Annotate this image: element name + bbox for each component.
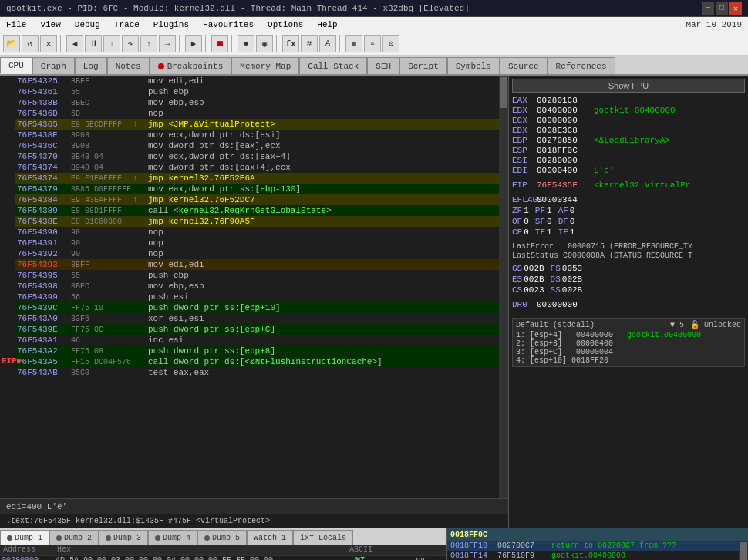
disasm-line[interactable]: 76F54374 E9 F1EAFFFF ↑ jmp kernel32.76F5…: [15, 173, 508, 184]
stack-row[interactable]: 0018FF10 002700C7 return to 002700C7 fro…: [447, 541, 739, 551]
toolbar-sep2: [179, 35, 182, 52]
dump-tab-1[interactable]: Dump 1: [0, 530, 49, 545]
registers-panel: Show FPU EAX 002801C8 EBX 00400000 gootk…: [509, 76, 748, 528]
menu-plugins[interactable]: Plugins: [150, 20, 192, 29]
menu-trace[interactable]: Trace: [111, 20, 143, 29]
reg-ebp: EBP 00270850 <&LoadLibraryA>: [512, 136, 745, 145]
menu-options[interactable]: Options: [264, 20, 306, 29]
tab-callstack-label: Call Stack: [308, 62, 359, 71]
tab-memory-label: Memory Map: [240, 62, 291, 71]
disasm-line[interactable]: 76F5438E 8908 mov ecx,dword ptr ds:[esi]: [15, 130, 508, 140]
tab-symbols-label: Symbols: [456, 62, 491, 71]
tab-seh[interactable]: SEH: [367, 57, 399, 74]
toolbar-pause[interactable]: ⏸: [85, 35, 102, 52]
stack-row[interactable]: 0018FF14 76F510F9 gootkit.00400000: [447, 551, 739, 560]
disasm-line[interactable]: 76F543A0 33F6 xor esi,esi: [15, 313, 508, 324]
tab-breakpoints[interactable]: Breakpoints: [150, 57, 232, 74]
disasm-content[interactable]: EIP► 76F54325 8BFF mov edi,edi 76F54361 …: [0, 76, 508, 498]
disasm-line[interactable]: 76F54395 55 push ebp: [15, 270, 508, 281]
dump-tab-2[interactable]: Dump 2: [49, 530, 99, 545]
disasm-line[interactable]: 76F54374 8948 04 mov dword ptr ds:[eax+4…: [15, 162, 508, 173]
disasm-line[interactable]: 76F54361 55 push ebp: [15, 86, 508, 97]
disasm-line[interactable]: 76F5439E FF75 0C push dword ptr ss:[ebp+…: [15, 324, 508, 335]
disasm-eip-line[interactable]: 76F54393 8BFF mov edi,edi: [15, 259, 508, 270]
dump-tab-locals[interactable]: ix= Locals: [293, 530, 353, 545]
toolbar-hash[interactable]: #: [301, 35, 318, 52]
dump-tab-3[interactable]: Dump 3: [99, 530, 148, 545]
disasm-line[interactable]: 76F54389 E8 08D1FFFF call <kernel32.RegK…: [15, 205, 508, 216]
disasm-line[interactable]: 76F54399 56 push esi: [15, 292, 508, 302]
reg-eip: EIP 76F5435F <kernel32.VirtualPr: [512, 180, 745, 190]
disasm-scrollbar[interactable]: [499, 76, 508, 498]
toolbar-cond-bp[interactable]: ◉: [256, 35, 273, 52]
disasm-line[interactable]: 76F54398 8BEC mov ebp,esp: [15, 281, 508, 292]
menu-debug[interactable]: Debug: [72, 20, 103, 29]
call-entry-1: 1: [esp+4] 00400000 gootkit.00400000: [516, 331, 741, 339]
disasm-line[interactable]: 76F54370 8B48 04 mov ecx,dword ptr ds:[e…: [15, 151, 508, 162]
tab-symbols[interactable]: Symbols: [447, 57, 500, 74]
stack-scroll-thumb[interactable]: [740, 542, 747, 560]
toolbar-stop[interactable]: ⏹: [211, 35, 228, 52]
toolbar-memory[interactable]: ≡: [364, 35, 381, 52]
dump-tab-5[interactable]: Dump 5: [197, 530, 247, 545]
menu-favourites[interactable]: Favourites: [200, 20, 257, 29]
disasm-line[interactable]: 76F5438E E8 D1C60300 jmp kernel32.76F90A…: [15, 216, 508, 227]
tab-callstack[interactable]: Call Stack: [299, 57, 367, 74]
close-button[interactable]: ✕: [729, 2, 742, 15]
tab-notes[interactable]: Notes: [107, 57, 150, 74]
tabbar: CPU Graph Log Notes Breakpoints Memory M…: [0, 56, 748, 76]
maximize-button[interactable]: □: [716, 2, 728, 15]
menu-file[interactable]: File: [3, 20, 29, 29]
disasm-line[interactable]: 76F5436D 6D nop: [15, 108, 508, 119]
toolbar-text[interactable]: A: [319, 35, 336, 52]
tab-script[interactable]: Script: [399, 57, 447, 74]
toolbar-close[interactable]: ✕: [40, 35, 57, 52]
disasm-line[interactable]: 76F54325 8BFF mov edi,edi: [15, 76, 508, 86]
toolbar-sep1: [60, 35, 63, 52]
disasm-line[interactable]: 76F54384 E9 43EAFFFF ↑ jmp kernel32.76F5…: [15, 194, 508, 205]
tab-source[interactable]: Source: [500, 57, 548, 74]
dump4-label: Dump 4: [163, 534, 190, 542]
toolbar-step-into[interactable]: ↓: [103, 35, 120, 52]
disasm-line[interactable]: 76F5436C 8908 mov dword ptr ds:[eax],ecx: [15, 140, 508, 151]
tab-references[interactable]: References: [548, 57, 615, 74]
disasm-line[interactable]: 76F54365 E9 5ECDFFFF ↑ jmp <JMP.&Virtual…: [15, 119, 508, 130]
menu-help[interactable]: Help: [314, 20, 340, 29]
toolbar-sep3: [205, 35, 208, 52]
disasm-line[interactable]: 76F543A1 46 inc esi: [15, 335, 508, 346]
toolbar-open[interactable]: 📂: [3, 35, 20, 52]
minimize-button[interactable]: ─: [702, 2, 714, 15]
reg-esi: ESI 00280000: [512, 156, 745, 165]
call-entry-3: 3: [esp+C] 00000004: [516, 348, 741, 356]
toolbar-step-out[interactable]: ↑: [140, 35, 157, 52]
tab-memory[interactable]: Memory Map: [231, 57, 299, 74]
toolbar-run-to[interactable]: →: [159, 35, 176, 52]
toolbar-settings[interactable]: ⚙: [382, 35, 399, 52]
disasm-line[interactable]: 76F54379 8B85 D0FEFFFF mov eax,dword ptr…: [15, 184, 508, 194]
toolbar-step-over[interactable]: ↷: [122, 35, 139, 52]
disasm-line[interactable]: 76F543AB 85C0 test eax,eax: [15, 367, 508, 378]
tab-log[interactable]: Log: [75, 57, 107, 74]
disasm-line[interactable]: 76F54391 90 nop: [15, 238, 508, 248]
tab-graph[interactable]: Graph: [32, 57, 75, 74]
dump-row[interactable]: 00280000 4D 5A 90 00 03 00 00 00 04 00 0…: [0, 556, 446, 560]
disasm-line[interactable]: 76F54390 90 nop: [15, 227, 508, 238]
menu-view[interactable]: View: [37, 20, 63, 29]
toolbar-bp[interactable]: ●: [238, 35, 254, 52]
disasm-line[interactable]: 76F543A2 FF75 08 push dword ptr ss:[ebp+…: [15, 346, 508, 356]
toolbar-run[interactable]: ▶: [185, 35, 202, 52]
dump-tab-4[interactable]: Dump 4: [148, 530, 197, 545]
show-fpu-button[interactable]: Show FPU: [512, 79, 745, 93]
toolbar-formula[interactable]: fx: [282, 35, 299, 52]
tab-cpu[interactable]: CPU: [0, 57, 32, 74]
disasm-scroll-thumb[interactable]: [500, 77, 507, 108]
toolbar-modules[interactable]: ▦: [345, 35, 362, 52]
disasm-current-line[interactable]: 76F543A5 FF15 DC04F576 call dword ptr ds…: [15, 356, 508, 367]
stack-scrollbar[interactable]: [739, 541, 748, 560]
disasm-line[interactable]: 76F5439C FF75 10 push dword ptr ss:[ebp+…: [15, 302, 508, 313]
dump-tab-watch1[interactable]: Watch 1: [247, 530, 293, 545]
toolbar-restart[interactable]: ↺: [22, 35, 39, 52]
toolbar-back[interactable]: ◀: [66, 35, 83, 52]
disasm-line[interactable]: 76F54392 90 nop: [15, 248, 508, 259]
disasm-line[interactable]: 76F5438B 8BEC mov ebp,esp: [15, 97, 508, 108]
